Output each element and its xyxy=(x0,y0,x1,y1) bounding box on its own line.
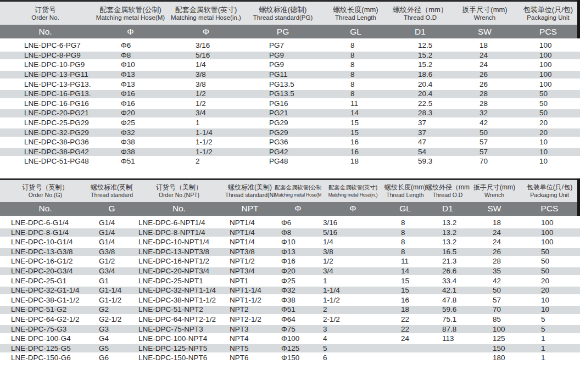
g-npt-spec-code-thread-od: D1 xyxy=(426,202,470,217)
g-npt-spec-cell-thread-length: 8 xyxy=(384,237,426,247)
g-npt-spec-row-14: LNE-DPC-150-G6G6LNE-DPC-150-NPT6NPT6Φ150… xyxy=(0,354,580,363)
pg-spec-header-thread-od: 螺纹外径（mm）Thread O.D xyxy=(387,2,453,25)
g-npt-spec-cell-wrench: 35 xyxy=(470,266,519,276)
header-label-en: Wrench xyxy=(453,14,516,21)
g-npt-spec-cell-thread-od: 26.6 xyxy=(426,266,470,276)
pg-spec-cell-wrench: 32 xyxy=(453,109,516,119)
pg-spec-cell-hose-metric: Φ10 xyxy=(91,60,170,70)
g-npt-spec-cell-packaging: 5 xyxy=(519,324,580,334)
pg-spec-cell-wrench: 28 xyxy=(453,99,516,109)
g-npt-spec-cell-wrench: 42 xyxy=(470,276,519,286)
header-label-cn: 螺纹长度(mm) xyxy=(324,5,387,14)
g-npt-spec-cell-thread-standard-npt: NPT1/4 xyxy=(225,228,275,238)
pg-spec-cell-wrench: 26 xyxy=(453,80,516,89)
g-npt-spec-cell-order-no-g: LNE-DPC-64-G2-1/2 xyxy=(0,315,91,324)
g-npt-spec-row-2: LNE-DPC-10-G1/4G1/4LNE-DPC-10-NPT1/4NPT1… xyxy=(0,237,580,247)
header-label-cn: 螺纹外径（mm） xyxy=(426,183,470,192)
pg-spec-cell-hose-metric: Φ6 xyxy=(91,40,170,51)
pg-spec-code-thread-standard-pg: PG xyxy=(242,25,324,40)
g-npt-spec-cell-hose-inch: 3 xyxy=(321,324,384,334)
g-npt-spec-table-body: LNE-DPC-6-G1/4G1/4LNE-DPC-6-NPT1/4NPT1/4… xyxy=(0,217,580,363)
pg-spec-code-thread-od: D1 xyxy=(387,25,453,40)
pg-spec-cell-wrench: 57 xyxy=(453,147,516,157)
g-npt-spec-cell-order-no-g: LNE-DPC-75-G3 xyxy=(0,324,91,334)
g-npt-spec-cell-hose-metric: Φ13 xyxy=(275,247,321,257)
pg-spec-cell-thread-standard-pg: PG13.5 xyxy=(242,89,324,99)
g-npt-spec-header-order-no-npt: 订货号（美制）Order No.(NPT) xyxy=(133,180,225,202)
pg-spec-table-section: 订货号Order No.配套金属软管(公制)Matching metal Hos… xyxy=(0,0,580,167)
pg-spec-cell-thread-od: 20.4 xyxy=(387,80,453,89)
pg-spec-cell-order-no: LNE-DPC-32-PG29 xyxy=(0,128,91,138)
pg-spec-cell-order-no: LNE-DPC-10-PG9 xyxy=(0,60,91,70)
header-label-en: Thread standard(NPT) xyxy=(225,192,275,198)
g-npt-spec-cell-thread-standard-g: G1 xyxy=(91,276,133,286)
pg-spec-cell-order-no: LNE-DPC-20-PG21 xyxy=(0,109,91,119)
pg-spec-cell-order-no: LNE-DPC-13-PG13.5 xyxy=(0,80,91,89)
g-npt-spec-cell-packaging: 100 xyxy=(519,237,580,247)
header-label-en: Packaging Unit xyxy=(516,14,580,21)
pg-spec-cell-packaging: 50 xyxy=(516,89,580,99)
g-npt-spec-cell-thread-length: 22 xyxy=(384,315,426,324)
pg-spec-cell-wrench: 24 xyxy=(453,51,516,60)
g-npt-spec-cell-thread-standard-npt: NPT1/2 xyxy=(225,257,275,267)
catalog-page: 订货号Order No.配套金属软管(公制)Matching metal Hos… xyxy=(0,0,580,363)
g-npt-spec-cell-order-no-g: LNE-DPC-100-G4 xyxy=(0,334,91,344)
g-npt-spec-cell-thread-od: 21.3 xyxy=(426,257,470,267)
pg-spec-cell-order-no: LNE-DPC-16-PG16 xyxy=(0,99,91,109)
header-label-cn: 包装单位(只/包) xyxy=(516,5,580,14)
pg-spec-cell-thread-od: 59.3 xyxy=(387,157,453,166)
g-npt-spec-cell-hose-metric: Φ6 xyxy=(275,217,321,228)
g-npt-spec-cell-hose-inch: 1/2 xyxy=(321,257,384,267)
g-npt-spec-header-order-no-g: 订货号（英制）Order No.(G) xyxy=(0,180,91,202)
pg-spec-cell-order-no: LNE-DPC-8-PG9 xyxy=(0,51,91,60)
g-npt-spec-cell-packaging: 1 xyxy=(519,354,580,363)
g-npt-spec-cell-wrench: 24 xyxy=(470,237,519,247)
g-npt-spec-cell-order-no-npt: LNE-DPC-16-NPT1/2 xyxy=(133,257,225,267)
g-npt-spec-cell-thread-standard-npt: NPT1/4 xyxy=(225,217,275,228)
header-label-cn: 订货号（英制） xyxy=(0,183,91,192)
g-npt-spec-cell-thread-length xyxy=(384,344,426,354)
g-npt-spec-cell-hose-metric: Φ100 xyxy=(275,334,321,344)
g-npt-spec-cell-thread-length: 16 xyxy=(384,295,426,305)
pg-spec-cell-thread-standard-pg: PG21 xyxy=(242,109,324,119)
pg-spec-cell-hose-metric: Φ16 xyxy=(91,89,170,99)
pg-spec-cell-thread-standard-pg: PG29 xyxy=(242,118,324,128)
g-npt-spec-cell-thread-standard-npt: NPT1 xyxy=(225,276,275,286)
pg-spec-cell-thread-length: 16 xyxy=(324,137,387,147)
pg-spec-cell-packaging: 100 xyxy=(516,40,580,51)
pg-spec-cell-packaging: 10 xyxy=(516,137,580,147)
g-npt-spec-cell-wrench: 26 xyxy=(470,247,519,257)
g-npt-spec-cell-order-no-npt: LNE-DPC-25-NPT1 xyxy=(133,276,225,286)
g-npt-spec-cell-wrench: 100 xyxy=(470,324,519,334)
g-npt-spec-row-9: LNE-DPC-51-G2G2LNE-DPC-51-NPT2NPT2Φ51218… xyxy=(0,305,580,315)
g-npt-spec-cell-hose-metric: Φ8 xyxy=(275,228,321,238)
g-npt-spec-cell-thread-od: 13.2 xyxy=(426,217,470,228)
g-npt-spec-cell-hose-inch: 2 xyxy=(321,305,384,315)
g-npt-spec-cell-order-no-g: LNE-DPC-150-G6 xyxy=(0,354,91,363)
pg-spec-table-header: 订货号Order No.配套金属软管(公制)Matching metal Hos… xyxy=(0,2,580,40)
pg-spec-header-order-no: 订货号Order No. xyxy=(0,2,91,25)
pg-spec-cell-hose-inch: 3/8 xyxy=(170,80,242,89)
g-npt-spec-cell-hose-inch: 5/16 xyxy=(321,228,384,238)
g-npt-spec-cell-order-no-npt: LNE-DPC-75-NPT3 xyxy=(133,324,225,334)
g-npt-spec-row-7: LNE-DPC-32-G1-1/4G1-1/4LNE-DPC-32-NPT1-1… xyxy=(0,285,580,295)
g-npt-spec-row-3: LNE-DPC-13-G3/8G3/8LNE-DPC-13-NPT3/8NPT3… xyxy=(0,247,580,257)
g-npt-spec-cell-wrench: 70 xyxy=(470,305,519,315)
g-npt-spec-cell-thread-standard-g: G3/8 xyxy=(91,247,133,257)
pg-spec-cell-wrench: 70 xyxy=(453,157,516,166)
pg-spec-cell-order-no: LNE-DPC-38-PG42 xyxy=(0,147,91,157)
pg-spec-cell-hose-metric: Φ16 xyxy=(91,99,170,109)
g-npt-spec-cell-order-no-g: LNE-DPC-51-G2 xyxy=(0,305,91,315)
pg-spec-cell-thread-length: 8 xyxy=(324,51,387,60)
pg-spec-cell-thread-length: 15 xyxy=(324,118,387,128)
pg-spec-row-2: LNE-DPC-10-PG9Φ101/4PG9815.224100 xyxy=(0,60,580,70)
g-npt-spec-cell-wrench: 85 xyxy=(470,315,519,324)
pg-spec-header-hose-metric: 配套金属软管(公制)Matching metal Hose(M) xyxy=(91,2,170,25)
pg-spec-cell-hose-inch: 1 xyxy=(170,118,242,128)
g-npt-spec-cell-thread-standard-g: G2-1/2 xyxy=(91,315,133,324)
header-label-en: Matching metal Hose(in.) xyxy=(321,192,384,198)
header-right-edge-mark xyxy=(577,0,580,38)
pg-header-label-row: 订货号Order No.配套金属软管(公制)Matching metal Hos… xyxy=(0,2,580,25)
header-label-en: Thread standard(PG) xyxy=(242,14,324,21)
pg-spec-row-5: LNE-DPC-16-PG13.5Φ161/2PG13.5820.42850 xyxy=(0,89,580,99)
